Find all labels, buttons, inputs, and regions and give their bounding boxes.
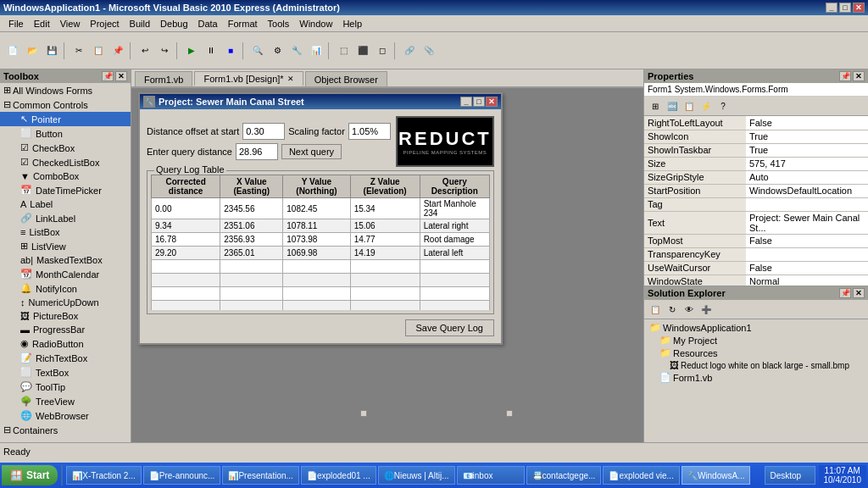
start-button[interactable]: 🪟 Start xyxy=(2,465,58,485)
toolbar-b3[interactable]: 🔧 xyxy=(287,42,306,60)
taskbar-desktop-btn[interactable]: Desktop xyxy=(765,466,815,485)
resize-handle-right[interactable] xyxy=(506,410,513,417)
toolbox-section-common[interactable]: ⊟ Common Controls xyxy=(0,97,131,112)
menu-file[interactable]: File xyxy=(3,17,29,30)
sol-resources-item[interactable]: 📁 Resources xyxy=(646,347,866,359)
toolbar-undo[interactable]: ↩ xyxy=(136,42,154,60)
menu-tools[interactable]: Tools xyxy=(263,17,295,30)
taskbar-btn-7[interactable]: 📄 exploded vie... xyxy=(603,466,680,485)
toolbox-item-progressbar[interactable]: ▬ ProgressBar xyxy=(0,323,131,336)
sol-close-btn[interactable]: ✕ xyxy=(853,288,865,298)
taskbar-btn-8[interactable]: 🔧 WindowsA... xyxy=(682,466,751,485)
taskbar-btn-4[interactable]: 🌐 Nieuws | Altij... xyxy=(378,466,455,485)
toolbar-b2[interactable]: ⚙ xyxy=(268,42,287,60)
toolbar-start[interactable]: ▶ xyxy=(182,42,201,60)
tab-form1vb-design[interactable]: Form1.vb [Design]* ✕ xyxy=(194,71,303,86)
toolbar-b1[interactable]: 🔍 xyxy=(248,42,267,60)
toolbox-pin[interactable]: 📌 xyxy=(102,71,114,81)
tab-object-browser[interactable]: Object Browser xyxy=(305,71,387,86)
menu-build[interactable]: Build xyxy=(125,17,155,30)
toolbox-item-maskedtextbox[interactable]: ab| MaskedTextBox xyxy=(0,253,131,267)
menu-format[interactable]: Format xyxy=(223,17,263,30)
toolbar-b9[interactable]: 📎 xyxy=(420,42,438,60)
tab-form1vb[interactable]: Form1.vb xyxy=(135,71,192,86)
sol-form1vb-item[interactable]: 📄 Form1.vb xyxy=(646,371,866,384)
toolbox-close[interactable]: ✕ xyxy=(115,71,127,81)
taskbar-btn-3[interactable]: 📄 exploded01 ... xyxy=(301,466,376,485)
toolbar-new[interactable]: 📄 xyxy=(3,42,22,60)
toolbox-item-richtextbox[interactable]: 📝 RichTextBox xyxy=(0,351,131,365)
toolbox-item-label[interactable]: A Label xyxy=(0,197,131,211)
toolbox-item-treeview[interactable]: 🌳 TreeView xyxy=(0,394,131,408)
toolbar-pause[interactable]: ⏸ xyxy=(202,42,220,60)
toolbox-item-radiobutton[interactable]: ◉ RadioButton xyxy=(0,336,131,351)
props-categorized-btn[interactable]: ⊞ xyxy=(648,98,663,114)
sol-bmp-item[interactable]: 🖼 Reduct logo white on black large - sma… xyxy=(646,359,866,371)
props-properties-btn[interactable]: 📋 xyxy=(682,98,697,114)
sol-solution-item[interactable]: 📁 WindowsApplication1 xyxy=(646,321,866,334)
toolbox-item-numericupdown[interactable]: ↕ NumericUpDown xyxy=(0,296,131,309)
form-close-btn[interactable]: ✕ xyxy=(486,97,498,107)
menu-debug[interactable]: Debug xyxy=(155,17,192,30)
toolbox-item-listbox[interactable]: ≡ ListBox xyxy=(0,225,131,239)
sol-myproject-item[interactable]: 📁 My Project xyxy=(646,334,866,347)
toolbox-item-picturebox[interactable]: 🖼 PictureBox xyxy=(0,309,131,323)
toolbar-paste[interactable]: 📌 xyxy=(108,42,127,60)
toolbar-b5[interactable]: ⬚ xyxy=(334,42,353,60)
props-pin-btn[interactable]: 📌 xyxy=(839,71,851,81)
menu-project[interactable]: Project xyxy=(85,17,124,30)
toolbox-item-checkbox[interactable]: ☑ CheckBox xyxy=(0,141,131,155)
toolbox-scroll[interactable]: ⊞ All Windows Forms ⊟ Common Controls ↖ … xyxy=(0,83,131,437)
toolbar-stop[interactable]: ■ xyxy=(221,42,240,60)
next-query-button[interactable]: Next query xyxy=(281,144,342,159)
taskbar-btn-2[interactable]: 📊 Presentation... xyxy=(222,466,298,485)
toolbox-item-listview[interactable]: ⊞ ListView xyxy=(0,239,131,253)
toolbar-b6[interactable]: ⬛ xyxy=(353,42,372,60)
toolbox-item-pointer[interactable]: ↖ Pointer xyxy=(0,112,131,126)
sol-new-btn[interactable]: ➕ xyxy=(698,302,714,317)
props-events-btn[interactable]: ⚡ xyxy=(698,98,714,114)
toolbar-copy[interactable]: 📋 xyxy=(89,42,108,60)
sol-pin-btn[interactable]: 📌 xyxy=(839,288,851,298)
toolbox-item-linklabel[interactable]: 🔗 LinkLabel xyxy=(0,211,131,225)
toolbox-item-tooltip[interactable]: 💬 ToolTip xyxy=(0,380,131,394)
restore-button[interactable]: □ xyxy=(839,3,851,13)
taskbar-btn-1[interactable]: 📄 Pre-announc... xyxy=(143,466,221,485)
toolbar-b8[interactable]: 🔗 xyxy=(400,42,419,60)
form-minimize-btn[interactable]: _ xyxy=(460,97,472,107)
toolbox-section-allwindows[interactable]: ⊞ All Windows Forms xyxy=(0,83,131,97)
toolbox-item-checkedlistbox[interactable]: ☑ CheckedListBox xyxy=(0,155,131,169)
props-close-btn[interactable]: ✕ xyxy=(853,71,865,81)
toolbox-item-datetimepicker[interactable]: 📅 DateTimePicker xyxy=(0,183,131,197)
toolbox-section-containers[interactable]: ⊟ Containers xyxy=(0,423,131,437)
tab-close-icon[interactable]: ✕ xyxy=(287,75,294,83)
toolbox-item-monthcalendar[interactable]: 📆 MonthCalendar xyxy=(0,267,131,281)
toolbox-item-button[interactable]: ⬜ Button xyxy=(0,126,131,141)
menu-view[interactable]: View xyxy=(55,17,86,30)
props-alphabetical-btn[interactable]: 🔤 xyxy=(665,98,680,114)
toolbar-b7[interactable]: ◻ xyxy=(373,42,392,60)
taskbar-btn-6[interactable]: 📇 contactgege... xyxy=(526,466,602,485)
distance-offset-input[interactable] xyxy=(242,123,285,140)
resize-handle[interactable] xyxy=(360,410,367,417)
scaling-factor-input[interactable] xyxy=(348,123,391,140)
toolbar-open[interactable]: 📂 xyxy=(23,42,42,60)
menu-window[interactable]: Window xyxy=(294,17,337,30)
sol-refresh-btn[interactable]: ↻ xyxy=(665,302,680,317)
menu-data[interactable]: Data xyxy=(193,17,223,30)
sol-properties-btn[interactable]: 📋 xyxy=(648,302,663,317)
toolbar-save[interactable]: 💾 xyxy=(42,42,61,60)
minimize-button[interactable]: _ xyxy=(826,3,837,13)
save-query-log-button[interactable]: Save Query Log xyxy=(405,319,495,336)
toolbox-item-combobox[interactable]: ▼ ComboBox xyxy=(0,169,131,183)
taskbar-btn-5[interactable]: 📧 inbox xyxy=(457,466,525,485)
menu-edit[interactable]: Edit xyxy=(29,17,55,30)
props-help-btn[interactable]: ? xyxy=(715,98,731,114)
toolbar-b4[interactable]: 📊 xyxy=(307,42,326,60)
toolbar-redo[interactable]: ↪ xyxy=(155,42,174,60)
sol-show-btn[interactable]: 👁 xyxy=(682,302,697,317)
toolbox-item-notifyicon[interactable]: 🔔 NotifyIcon xyxy=(0,281,131,296)
next-query-input[interactable] xyxy=(236,143,278,160)
close-button[interactable]: ✕ xyxy=(853,3,865,13)
toolbox-item-textbox[interactable]: ⬜ TextBox xyxy=(0,365,131,380)
